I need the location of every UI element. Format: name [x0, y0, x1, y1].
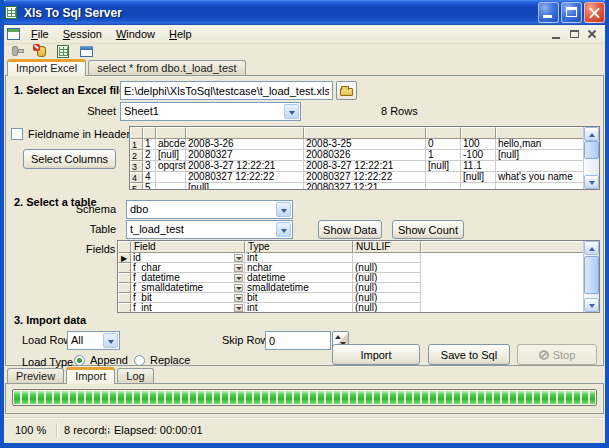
row-header[interactable]: 3: [130, 161, 143, 172]
import-button[interactable]: Import: [332, 344, 420, 365]
chevron-down-icon[interactable]: [103, 333, 118, 348]
grid-cell[interactable]: opqrst: [156, 161, 186, 172]
radio-icon[interactable]: [134, 355, 145, 366]
row-indicator[interactable]: [118, 273, 131, 283]
grid-cell[interactable]: 2008-3-26: [186, 139, 304, 150]
dropdown-icon[interactable]: [234, 264, 243, 272]
grid-cell[interactable]: [null]: [156, 150, 186, 161]
tab-log[interactable]: Log: [117, 368, 153, 383]
type-cell[interactable]: int: [245, 303, 353, 313]
replace-radio[interactable]: Replace: [134, 354, 190, 366]
mdi-close-button[interactable]: [585, 28, 600, 41]
scroll-up-icon[interactable]: [584, 241, 599, 255]
type-cell[interactable]: nchar: [245, 263, 353, 273]
nullif-cell[interactable]: (null): [353, 293, 421, 303]
nullif-cell[interactable]: (null): [353, 283, 421, 293]
menu-help[interactable]: Help: [162, 26, 199, 43]
save-to-sql-button[interactable]: Save to Sql: [428, 344, 510, 365]
skip-rows-input[interactable]: [265, 331, 331, 350]
grid-cell[interactable]: 20080327 12:21: [304, 183, 426, 190]
field-cell[interactable]: f_datetime: [131, 273, 245, 283]
grid-cell[interactable]: 1: [143, 139, 156, 150]
tab-select-from-dbo-t-load-test[interactable]: select * from dbo.t_load_test: [88, 60, 245, 75]
grid-cell[interactable]: [156, 172, 186, 183]
maximize-button[interactable]: [561, 2, 582, 23]
grid-cell[interactable]: 5: [143, 183, 156, 190]
show-data-button[interactable]: Show Data: [318, 220, 382, 239]
dropdown-icon[interactable]: [234, 304, 243, 312]
grid-cell[interactable]: 2008-3-27 12:22:21: [186, 161, 304, 172]
mdi-restore-button[interactable]: [567, 28, 582, 41]
grid-cell[interactable]: [426, 183, 461, 190]
schema-select[interactable]: dbo: [126, 200, 293, 219]
grid-cell[interactable]: 2008-3-25: [304, 139, 426, 150]
checkbox-icon[interactable]: [11, 128, 23, 140]
grid-cell[interactable]: abcdefg: [156, 139, 186, 150]
append-radio[interactable]: Append: [74, 354, 128, 366]
scroll-up-icon[interactable]: [584, 127, 599, 141]
nullif-cell[interactable]: (null): [353, 303, 421, 313]
field-cell[interactable]: f_smalldatetime: [131, 283, 245, 293]
scrollbar-thumb[interactable]: [584, 256, 599, 294]
load-rows-select[interactable]: All: [67, 331, 120, 350]
chevron-down-icon[interactable]: [276, 202, 291, 217]
grid-cell[interactable]: 20080327 12:22:22: [304, 172, 426, 183]
database-session-icon[interactable]: [32, 44, 50, 60]
field-cell[interactable]: f_int: [131, 303, 245, 313]
spinner-up-icon[interactable]: [335, 335, 341, 339]
field-cell[interactable]: id: [131, 253, 245, 263]
grid-cell[interactable]: 4: [143, 172, 156, 183]
menu-file[interactable]: File: [24, 26, 56, 43]
grid-cell[interactable]: -100: [461, 150, 496, 161]
row-indicator[interactable]: [118, 293, 131, 303]
grid-cell[interactable]: 0: [426, 139, 461, 150]
connect-icon[interactable]: [9, 44, 27, 60]
row-header[interactable]: 1: [130, 139, 143, 150]
excel-file-input[interactable]: [120, 81, 333, 100]
grid-cell[interactable]: [461, 183, 496, 190]
fields-grid-scrollbar[interactable]: [583, 241, 599, 312]
dropdown-icon[interactable]: [234, 294, 243, 302]
browse-folder-button[interactable]: [336, 81, 357, 100]
type-cell[interactable]: int: [245, 253, 353, 263]
sql-query-icon[interactable]: [78, 44, 96, 60]
grid-cell[interactable]: 3: [143, 161, 156, 172]
grid-cell[interactable]: 20080326: [304, 150, 426, 161]
tab-import-excel[interactable]: Import Excel: [7, 59, 86, 76]
grid-cell[interactable]: [null]: [186, 183, 304, 190]
mdi-minimize-button[interactable]: [549, 28, 564, 41]
grid-cell[interactable]: 11.1: [461, 161, 496, 172]
scroll-down-icon[interactable]: [584, 298, 599, 312]
row-indicator[interactable]: [118, 263, 131, 273]
grid-cell[interactable]: 20080327: [186, 150, 304, 161]
sheet-select[interactable]: Sheet1: [120, 102, 301, 121]
minimize-button[interactable]: [538, 2, 559, 23]
tab-import[interactable]: Import: [66, 367, 115, 384]
grid-cell[interactable]: [null]: [461, 172, 496, 183]
scroll-down-icon[interactable]: [584, 175, 599, 189]
type-cell[interactable]: bit: [245, 293, 353, 303]
field-cell[interactable]: f_bit: [131, 293, 245, 303]
row-header[interactable]: 4: [130, 172, 143, 183]
menu-session[interactable]: Session: [56, 26, 109, 43]
nullif-cell[interactable]: [353, 253, 421, 263]
dropdown-icon[interactable]: [234, 254, 243, 262]
radio-icon[interactable]: [74, 355, 85, 366]
row-header[interactable]: 2: [130, 150, 143, 161]
fieldname-in-header-checkbox[interactable]: Fieldname in Header: [11, 128, 130, 140]
row-indicator[interactable]: [118, 303, 131, 313]
field-cell[interactable]: f_char: [131, 263, 245, 273]
close-button[interactable]: [584, 2, 605, 23]
title-bar[interactable]: Xls To Sql Server: [0, 0, 609, 25]
grid-cell[interactable]: 100: [461, 139, 496, 150]
grid-cell[interactable]: ...: [156, 183, 186, 190]
select-columns-button[interactable]: Select Columns: [23, 149, 116, 169]
dropdown-icon[interactable]: [234, 284, 243, 292]
excel-file-icon[interactable]: [55, 44, 73, 60]
scrollbar-thumb[interactable]: [584, 141, 599, 159]
nullif-cell[interactable]: (null): [353, 273, 421, 283]
stop-button[interactable]: Stop: [517, 344, 597, 365]
grid-cell[interactable]: 1: [426, 150, 461, 161]
row-indicator[interactable]: [118, 283, 131, 293]
type-cell[interactable]: smalldatetime: [245, 283, 353, 293]
